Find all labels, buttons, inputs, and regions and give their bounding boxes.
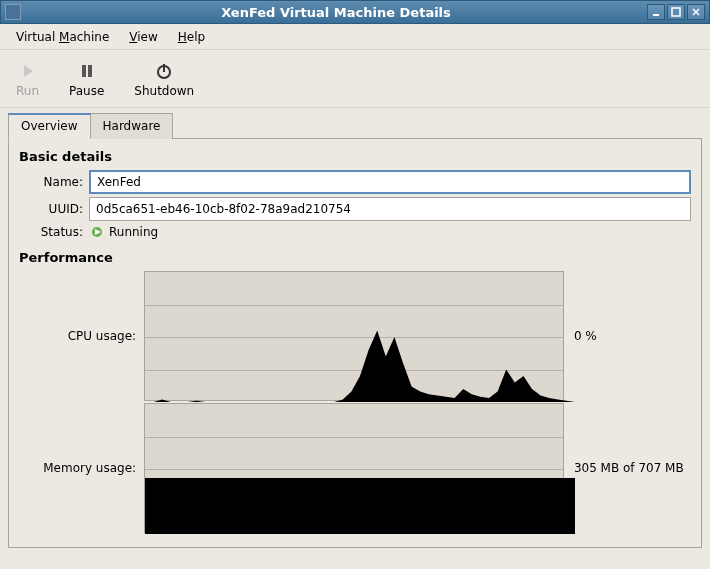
tab-hardware[interactable]: Hardware bbox=[90, 113, 174, 139]
status-label: Status: bbox=[19, 225, 83, 239]
pause-icon bbox=[76, 60, 98, 82]
name-row: Name: bbox=[19, 170, 691, 194]
mem-chart bbox=[144, 403, 564, 533]
running-icon bbox=[89, 224, 105, 240]
name-input[interactable] bbox=[89, 170, 691, 194]
maximize-button[interactable] bbox=[667, 4, 685, 20]
play-icon bbox=[17, 60, 39, 82]
cpu-label: CPU usage: bbox=[19, 329, 136, 343]
mem-value: 305 MB of 707 MB bbox=[574, 461, 691, 475]
window-buttons bbox=[647, 4, 705, 20]
tab-overview[interactable]: Overview bbox=[8, 113, 91, 139]
minimize-button[interactable] bbox=[647, 4, 665, 20]
svg-marker-4 bbox=[24, 65, 33, 77]
cpu-row: CPU usage: 0 % bbox=[19, 271, 691, 401]
toolbar: Run Pause Shutdown bbox=[0, 50, 710, 108]
uuid-input[interactable] bbox=[89, 197, 691, 221]
content-area: Overview Hardware Basic details Name: UU… bbox=[0, 108, 710, 556]
svg-marker-11 bbox=[145, 331, 575, 403]
power-icon bbox=[153, 60, 175, 82]
pause-label: Pause bbox=[69, 84, 104, 98]
performance-heading: Performance bbox=[19, 250, 691, 265]
menu-help[interactable]: Help bbox=[170, 27, 213, 47]
basic-details-heading: Basic details bbox=[19, 149, 691, 164]
run-button: Run bbox=[10, 58, 45, 100]
menubar: Virtual Machine View Help bbox=[0, 24, 710, 50]
menu-virtual-machine[interactable]: Virtual Machine bbox=[8, 27, 117, 47]
mem-label: Memory usage: bbox=[19, 461, 136, 475]
app-icon bbox=[5, 4, 21, 20]
uuid-row: UUID: bbox=[19, 197, 691, 221]
menu-view[interactable]: View bbox=[121, 27, 165, 47]
titlebar: XenFed Virtual Machine Details bbox=[0, 0, 710, 24]
svg-rect-6 bbox=[88, 65, 92, 77]
shutdown-button[interactable]: Shutdown bbox=[128, 58, 200, 100]
shutdown-label: Shutdown bbox=[134, 84, 194, 98]
svg-marker-12 bbox=[145, 478, 575, 534]
tabs-header: Overview Hardware bbox=[8, 112, 702, 138]
name-label: Name: bbox=[19, 175, 83, 189]
cpu-value: 0 % bbox=[574, 329, 691, 343]
cpu-chart bbox=[144, 271, 564, 401]
run-label: Run bbox=[16, 84, 39, 98]
window-title: XenFed Virtual Machine Details bbox=[25, 5, 647, 20]
svg-rect-1 bbox=[672, 8, 680, 16]
svg-rect-5 bbox=[82, 65, 86, 77]
status-value: Running bbox=[109, 225, 158, 239]
overview-panel: Basic details Name: UUID: Status: Runnin… bbox=[8, 138, 702, 548]
status-row: Status: Running bbox=[19, 224, 691, 240]
mem-row: Memory usage: 305 MB of 707 MB bbox=[19, 403, 691, 533]
uuid-label: UUID: bbox=[19, 202, 83, 216]
close-button[interactable] bbox=[687, 4, 705, 20]
pause-button[interactable]: Pause bbox=[63, 58, 110, 100]
